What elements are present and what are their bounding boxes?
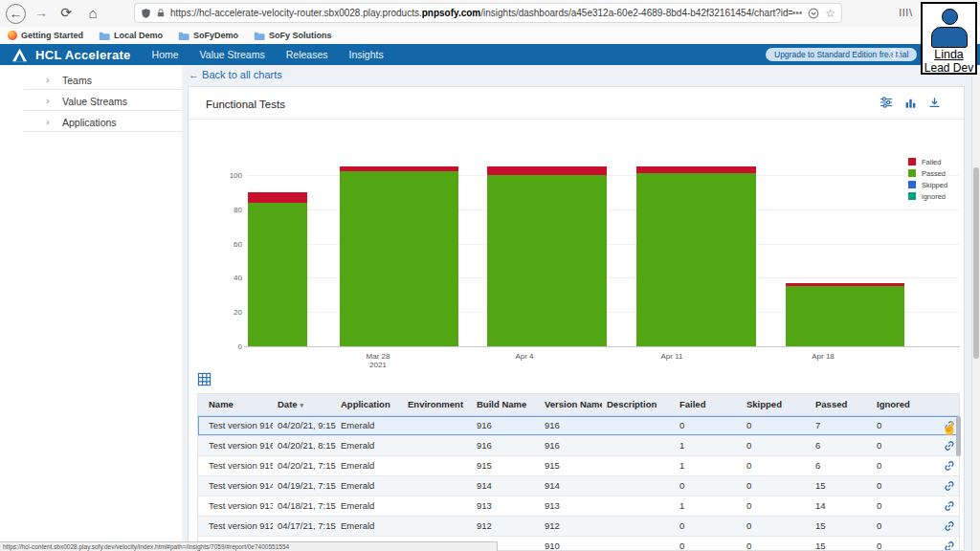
firefox-icon — [8, 31, 17, 40]
table-row[interactable]: Test version 916 04/20/21, 8:15 pm Emera… — [198, 436, 959, 456]
x-axis-tick: Apr 18 — [812, 352, 835, 361]
sidebars-icon[interactable]: lll\ — [900, 7, 913, 18]
back-icon[interactable]: ← — [6, 4, 26, 24]
col-environment[interactable]: Environment — [403, 394, 472, 415]
folder-icon — [254, 32, 265, 40]
cell-date: 04/19/21, 7:15 pm — [273, 476, 336, 496]
reload-icon[interactable]: ⟳ — [56, 3, 77, 23]
table-row[interactable]: Test version 916 04/20/21, 9:15 pm Emera… — [198, 416, 959, 436]
cell-environment — [403, 416, 472, 435]
cell-version: 915 — [540, 456, 602, 475]
cell-passed: 14 — [811, 496, 872, 516]
user-role: Lead Dev — [923, 61, 975, 75]
bar-segment-failed[interactable] — [487, 166, 607, 175]
bar-segment-passed[interactable] — [248, 203, 307, 346]
link-icon[interactable] — [932, 496, 961, 516]
bookmark-getting-started[interactable]: Getting Started — [8, 31, 83, 40]
cell-description — [602, 476, 675, 496]
link-icon[interactable] — [932, 517, 961, 536]
legend-label: ignored — [922, 192, 946, 201]
link-icon[interactable] — [932, 456, 961, 475]
col-failed[interactable]: Failed — [675, 394, 742, 415]
col-description[interactable]: Description — [602, 394, 675, 415]
col-date[interactable]: Date▾ — [273, 394, 336, 415]
bar-segment-failed[interactable] — [248, 192, 307, 203]
link-icon[interactable] — [932, 476, 961, 496]
bar-segment-failed[interactable] — [340, 166, 458, 171]
col-ignored[interactable]: Ignored — [872, 394, 932, 415]
table-row[interactable]: Test version 914 04/19/21, 7:15 pm Emera… — [198, 476, 959, 496]
cell-version: 914 — [540, 476, 602, 496]
bookmark-sofydemo[interactable]: SoFyDemo — [178, 31, 238, 40]
page-actions-icon[interactable]: ••• — [792, 8, 803, 18]
nav-releases[interactable]: Releases — [286, 49, 328, 60]
cell-name: Test version 916 — [198, 416, 273, 435]
cell-version: 912 — [540, 517, 602, 536]
back-to-charts-link[interactable]: ← Back to all charts — [189, 69, 282, 80]
divider — [24, 110, 182, 111]
col-name[interactable]: Name — [198, 394, 273, 415]
col-application[interactable]: Application — [336, 394, 403, 415]
cell-version: 916 — [540, 416, 602, 435]
cell-name: Test version 914 — [198, 476, 273, 496]
nav-insights[interactable]: Insights — [348, 49, 383, 60]
pocket-icon[interactable] — [808, 8, 819, 19]
cell-skipped: 0 — [742, 436, 811, 455]
col-build-name[interactable]: Build Name — [472, 394, 540, 415]
legend-item-passed[interactable]: Passed — [908, 167, 947, 179]
bar-segment-passed[interactable] — [786, 286, 904, 346]
table-view-icon[interactable] — [197, 372, 212, 386]
legend-label: Failed — [922, 158, 941, 166]
cell-environment — [403, 517, 472, 536]
bookmark-star-icon[interactable]: ☆ — [825, 7, 835, 20]
cell-ignored: 0 — [872, 496, 932, 516]
folder-icon — [99, 32, 110, 40]
cell-date: 04/18/21, 7:15 pm — [273, 496, 336, 516]
bar-segment-failed[interactable] — [636, 166, 756, 173]
nav-home[interactable]: Home — [152, 49, 179, 60]
legend-item-failed[interactable]: Failed — [908, 156, 947, 167]
gridline — [244, 346, 960, 347]
cell-build: 912 — [472, 517, 540, 536]
bar-segment-passed[interactable] — [487, 175, 607, 346]
page-scrollbar[interactable] — [971, 77, 980, 551]
url-text[interactable]: https://hcl-accelerate-velocity-router.s… — [170, 8, 792, 18]
forward-icon[interactable]: → — [31, 3, 52, 23]
url-bar[interactable]: https://hcl-accelerate-velocity-router.s… — [134, 3, 842, 23]
app-brand[interactable]: HCL Accelerate — [35, 48, 131, 62]
cell-application: Emerald — [336, 456, 403, 475]
bar-segment-passed[interactable] — [340, 171, 458, 346]
bookmark-local-demo[interactable]: Local Demo — [99, 31, 163, 40]
sort-caret-icon: ▾ — [301, 402, 304, 408]
shield-icon[interactable] — [141, 8, 151, 19]
cell-passed: 15 — [811, 537, 872, 551]
cell-environment — [403, 436, 472, 455]
user-name[interactable]: Linda — [923, 48, 975, 61]
legend-item-ignored[interactable]: ignored — [908, 190, 947, 202]
status-link-tooltip: https://hcl-content.sbx0028.play.sofy.de… — [0, 541, 498, 551]
page-scrollbar-thumb[interactable] — [973, 167, 979, 359]
x-axis-tick: Apr 11 — [661, 352, 683, 361]
col-version-name[interactable]: Version Name — [540, 394, 602, 415]
table-row[interactable]: Test version 913 04/18/21, 7:15 pm Emera… — [198, 496, 959, 517]
bar-segment-passed[interactable] — [636, 173, 756, 346]
bookmark-sofy-solutions[interactable]: SoFy Solutions — [254, 31, 332, 40]
col-skipped[interactable]: Skipped — [742, 394, 811, 415]
col-passed[interactable]: Passed — [811, 394, 872, 415]
cell-date: 04/20/21, 9:15 pm — [273, 416, 336, 435]
table-row[interactable]: Test version 912 04/17/21, 7:15 pm Emera… — [198, 517, 959, 537]
hcl-logo-icon[interactable] — [11, 48, 28, 62]
chevron-right-icon: › — [46, 74, 50, 85]
legend-item-skipped[interactable]: Skipped — [908, 179, 947, 190]
person-icon — [942, 9, 958, 25]
help-icon[interactable] — [888, 48, 901, 60]
lock-icon — [156, 8, 166, 18]
person-icon-body — [931, 27, 968, 48]
cell-description — [602, 517, 675, 536]
table-row[interactable]: Test version 915 04/20/21, 7:15 pm Emera… — [198, 456, 959, 476]
home-icon[interactable]: ⌂ — [82, 3, 103, 23]
bar-segment-failed[interactable] — [786, 283, 904, 287]
link-icon[interactable] — [932, 537, 961, 551]
cell-skipped: 0 — [742, 476, 811, 496]
nav-value-streams[interactable]: Value Streams — [200, 49, 265, 60]
